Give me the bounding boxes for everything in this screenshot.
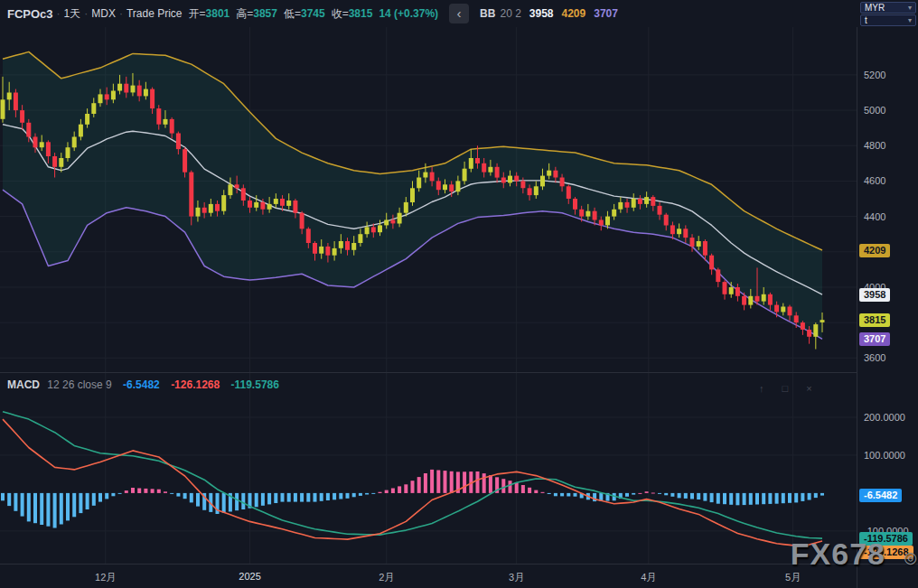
macd-pane[interactable] — [0, 372, 857, 564]
candle-body — [40, 142, 44, 147]
move-pane-up-icon[interactable]: ↑ — [759, 383, 764, 394]
candle-body — [579, 210, 584, 217]
candle-body — [91, 103, 96, 114]
price-axis-label: 4600 — [864, 175, 885, 186]
candle-body — [508, 176, 512, 183]
currency-dropdown[interactable]: MYR▾ — [860, 2, 916, 14]
price-axis-label: 5000 — [864, 105, 885, 116]
candle-body — [520, 181, 525, 188]
candle-body — [573, 199, 577, 210]
candle-body — [593, 211, 597, 220]
macd-histogram-bar — [541, 492, 545, 493]
candle-body — [378, 225, 382, 232]
macd-histogram-bar — [281, 493, 285, 502]
series-type-label[interactable]: Trade Price — [126, 7, 183, 20]
time-axis-label: 2025 — [239, 571, 260, 582]
macd-signal-value: -119.5786 — [231, 378, 279, 391]
price-axis[interactable]: 520050004800460044004200400038003600200.… — [857, 27, 918, 564]
macd-histogram-bar — [125, 490, 128, 493]
candle-body — [781, 307, 785, 313]
collapse-legend-button[interactable]: ‹ — [449, 4, 469, 23]
candle-body — [156, 108, 161, 125]
macd-histogram-bar — [482, 473, 486, 493]
bb-indicator-legend[interactable]: BB — [480, 7, 495, 20]
candle-body — [215, 204, 220, 211]
candle-body — [7, 93, 12, 100]
maximize-pane-icon[interactable]: □ — [782, 383, 789, 394]
macd-histogram-bar — [788, 493, 792, 503]
macd-histogram-bar — [222, 493, 226, 513]
macd-histogram-value: -6.5482 — [123, 378, 160, 391]
macd-histogram-bar — [241, 493, 245, 509]
close-pane-icon[interactable]: × — [806, 383, 811, 394]
candle-body — [788, 307, 792, 316]
candle-body — [455, 181, 460, 191]
macd-histogram-bar — [729, 493, 733, 505]
macd-histogram-bar — [710, 493, 714, 502]
pane-divider[interactable] — [0, 372, 857, 373]
candle-body — [729, 287, 734, 294]
macd-params: 12 26 close 9 — [47, 378, 111, 391]
candle-body — [170, 119, 174, 134]
macd-histogram-bar — [294, 493, 297, 502]
macd-legend[interactable]: MACD 12 26 close 9 -6.5482 -126.1268 -11… — [7, 378, 279, 391]
candle-body — [644, 197, 649, 204]
candle-body — [124, 84, 128, 93]
macd-histogram-bar — [391, 489, 395, 494]
candle-body — [768, 294, 773, 305]
macd-histogram-bar — [749, 493, 753, 505]
macd-histogram-bar — [476, 471, 480, 493]
macd-histogram-bar — [450, 471, 454, 493]
low-readout: 低=3745 — [284, 6, 325, 22]
candle-body — [209, 204, 213, 213]
candle-body — [72, 137, 77, 148]
candle-body — [137, 86, 142, 97]
candle-body — [293, 201, 297, 213]
unit-dropdown[interactable]: t▾ — [860, 14, 916, 26]
candle-body — [306, 229, 311, 243]
candle-body — [390, 220, 395, 224]
candle-body — [131, 86, 136, 93]
candle-body — [79, 125, 83, 137]
time-axis-label: 3月 — [509, 571, 524, 584]
macd-histogram-bar — [27, 493, 31, 522]
macd-histogram-bar — [755, 493, 759, 505]
candle-body — [567, 186, 571, 199]
symbol-name[interactable]: FCPOc3 — [7, 7, 53, 21]
time-axis[interactable]: 12月20252月3月4月5月 — [0, 564, 918, 588]
candle-body — [404, 202, 408, 213]
price-axis-label: 3600 — [864, 352, 885, 363]
macd-histogram-bar — [60, 493, 63, 525]
interval-selector[interactable]: 1天 — [64, 6, 81, 22]
candle-body — [820, 320, 825, 322]
macd-histogram-bar — [398, 486, 401, 493]
pane-controls: ↑ □ × — [759, 383, 812, 394]
macd-histogram-bar — [794, 493, 798, 503]
macd-histogram-bar — [690, 493, 694, 499]
exchange-label[interactable]: MDX — [91, 7, 116, 20]
macd-histogram-bar — [320, 493, 323, 501]
candle-body — [423, 173, 427, 178]
macd-histogram-bar — [371, 493, 375, 494]
macd-histogram-bar — [333, 493, 336, 499]
macd-histogram-bar — [775, 493, 779, 504]
candle-body — [254, 202, 258, 208]
macd-histogram-bar — [157, 490, 161, 493]
candle-body — [495, 167, 500, 178]
time-axis-label: 5月 — [785, 571, 801, 584]
candle-body — [801, 322, 805, 330]
macd-histogram-bar — [678, 493, 681, 499]
candle-body — [658, 206, 662, 215]
candle-body — [150, 89, 155, 109]
candle-body — [612, 210, 616, 217]
candle-body — [553, 171, 557, 178]
candle-body — [358, 234, 362, 243]
candle-body — [813, 324, 818, 337]
candle-body — [33, 137, 38, 148]
macd-axis-label: 100.0000 — [864, 450, 905, 461]
candle-body — [651, 197, 655, 206]
macd-histogram-bar — [801, 493, 804, 501]
price-pane[interactable] — [0, 27, 857, 372]
candle-body — [1, 99, 5, 119]
time-axis-label: 2月 — [379, 571, 394, 584]
